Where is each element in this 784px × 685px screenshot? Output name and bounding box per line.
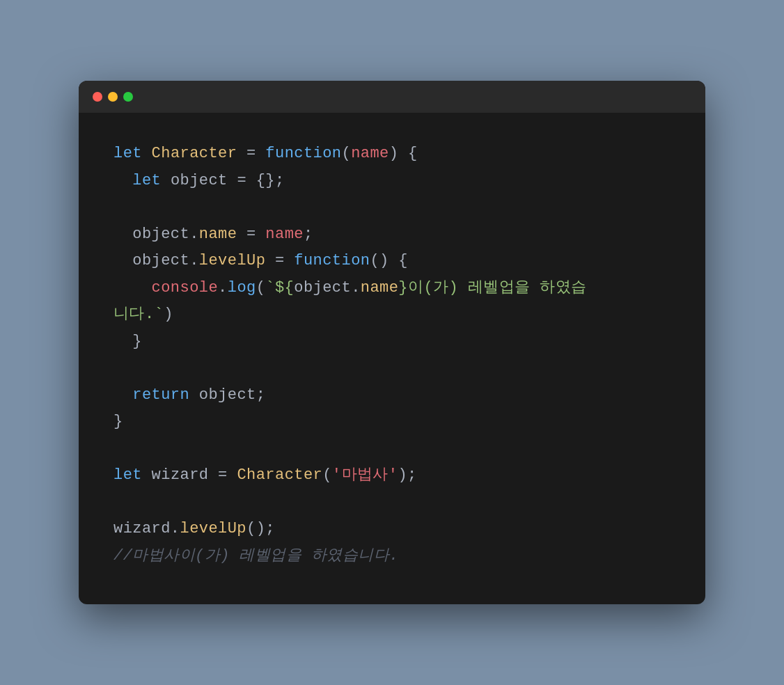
code-line-14 — [113, 489, 671, 517]
maximize-button[interactable] — [123, 92, 133, 102]
code-line-2: let object = {}; — [113, 168, 671, 195]
code-line-15: wizard.levelUp(); — [113, 516, 671, 543]
code-line-16: //마법사이(가) 레벨업을 하였습니다. — [113, 543, 671, 570]
code-line-6: console.log(`${object.name}이(가) 레벨업을 하였습 — [113, 275, 671, 302]
code-window: let Character = function(name) { let obj… — [79, 81, 705, 604]
code-line-11: } — [113, 409, 671, 436]
titlebar — [79, 81, 705, 113]
minimize-button[interactable] — [108, 92, 118, 102]
code-editor: let Character = function(name) { let obj… — [79, 113, 705, 604]
code-line-9 — [113, 355, 671, 382]
code-line-13: let wizard = Character('마법사'); — [113, 462, 671, 489]
code-line-7: 니다.`) — [113, 301, 671, 329]
code-line-10: return object; — [113, 382, 671, 409]
code-line-4: object.name = name; — [113, 221, 671, 249]
code-line-12 — [113, 436, 671, 463]
close-button[interactable] — [93, 92, 102, 102]
code-line-5: object.levelUp = function() { — [113, 248, 671, 275]
code-line-1: let Character = function(name) { — [113, 141, 671, 168]
code-line-3 — [113, 194, 671, 221]
code-line-8: } — [113, 329, 671, 356]
